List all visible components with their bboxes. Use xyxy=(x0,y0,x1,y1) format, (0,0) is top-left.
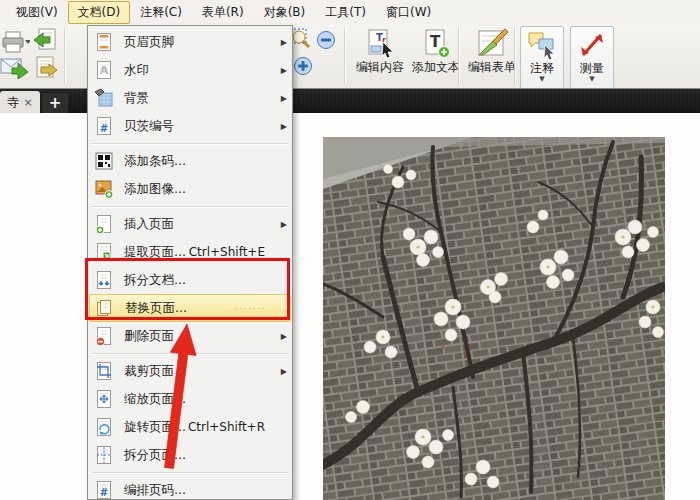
comment-icon xyxy=(525,29,559,61)
toolbar-button-label: 测量 xyxy=(580,61,604,75)
menu-separator xyxy=(91,143,289,144)
menu-item-label: 背景 xyxy=(124,90,277,107)
menubar-item-5[interactable]: 对象(B) xyxy=(254,1,316,24)
menu-item-缩放页面[interactable]: 缩放页面... xyxy=(89,385,291,413)
svg-text:A: A xyxy=(100,64,109,77)
menu-item-拆分页面[interactable]: 拆分页面... xyxy=(89,441,291,469)
menu-item-shortcut: Ctrl+Shift+E xyxy=(189,245,265,259)
extract-pages-icon xyxy=(94,242,114,262)
menu-item-label: 贝茨编号 xyxy=(124,118,277,135)
header-footer-icon xyxy=(94,32,114,52)
document-tab-label: 寺 xyxy=(7,94,19,111)
import-doc-icon[interactable] xyxy=(33,28,59,54)
document-tab[interactable]: 寺 × xyxy=(0,91,40,113)
toolbar-separator xyxy=(514,28,515,84)
submenu-arrow-icon: ▶ xyxy=(277,66,287,75)
menu-item-label: 拆分页面... xyxy=(124,447,277,464)
zoom-in-icon[interactable] xyxy=(293,56,313,76)
toolbar-button-编辑内容[interactable]: Tr编辑内容 xyxy=(352,26,408,88)
menu-item-页眉页脚[interactable]: 页眉页脚▶ xyxy=(89,28,291,56)
add-text-icon: T xyxy=(419,28,453,60)
insert-pages-icon xyxy=(94,214,114,234)
faded-dots: ······· xyxy=(235,302,266,315)
submenu-arrow-icon: ▶ xyxy=(277,332,287,341)
menubar-item-6[interactable]: 工具(T) xyxy=(315,1,376,24)
menu-item-label: 替换页面... xyxy=(125,300,235,317)
edit-form-icon xyxy=(475,28,509,60)
measure-icon xyxy=(575,29,609,61)
chevron-down-icon: ▼ xyxy=(539,75,544,83)
menu-item-拆分文档[interactable]: 拆分文档... xyxy=(89,266,291,294)
printer-icon[interactable] xyxy=(2,30,30,54)
replace-pages-icon xyxy=(95,298,115,318)
document-photo xyxy=(323,137,665,500)
toolbar-button-添加文本[interactable]: T添加文本 xyxy=(408,26,464,88)
svg-text:T: T xyxy=(430,33,441,51)
menu-item-label: 提取页面... xyxy=(124,244,189,261)
menu-item-贝茨编号[interactable]: #贝茨编号▶ xyxy=(89,112,291,140)
svg-text:#: # xyxy=(100,123,108,134)
crop-pages-icon xyxy=(94,361,114,381)
menubar-item-2[interactable]: 文档(D) xyxy=(68,1,131,24)
resize-pages-icon xyxy=(94,389,114,409)
submenu-arrow-icon: ▶ xyxy=(277,94,287,103)
menu-item-label: 旋转页面... xyxy=(124,419,188,436)
number-pages-icon: # xyxy=(94,480,114,500)
toolbar-separator xyxy=(64,28,65,84)
menu-item-添加条码[interactable]: 添加条码... xyxy=(89,147,291,175)
menu-item-添加图像[interactable]: 添加图像... xyxy=(89,175,291,203)
menu-separator xyxy=(91,472,289,473)
menu-item-编排页码[interactable]: #编排页码... xyxy=(89,476,291,500)
toolbar-separator xyxy=(458,28,459,84)
edit-content-icon: Tr xyxy=(363,28,397,60)
bates-number-icon: # xyxy=(94,116,114,136)
menubar-item-1[interactable]: 视图(V) xyxy=(6,1,68,24)
toolbar-button-注释[interactable]: 注释▼ xyxy=(520,26,564,90)
document-menu-dropdown: 页眉页脚▶A水印▶背景▶#贝茨编号▶添加条码...添加图像...插入页面▶提取页… xyxy=(87,25,293,500)
export-doc-icon[interactable] xyxy=(33,56,59,82)
toolbar-button-编辑表单[interactable]: 编辑表单 xyxy=(464,26,520,88)
toolbar-button-测量[interactable]: 测量▼ xyxy=(570,26,614,90)
barcode-icon xyxy=(94,151,114,171)
menu-item-label: 拆分文档... xyxy=(124,272,277,289)
menu-item-插入页面[interactable]: 插入页面▶ xyxy=(89,210,291,238)
submenu-arrow-icon: ▶ xyxy=(277,367,287,376)
menubar-item-7[interactable]: 窗口(W) xyxy=(376,1,441,24)
menu-item-label: 插入页面 xyxy=(124,216,277,233)
new-tab-button[interactable]: + xyxy=(42,93,68,113)
email-icon[interactable] xyxy=(0,56,28,82)
menu-item-水印[interactable]: A水印▶ xyxy=(89,56,291,84)
submenu-arrow-icon: ▶ xyxy=(277,122,287,131)
menu-item-label: 裁剪页面 xyxy=(124,363,277,380)
submenu-arrow-icon: ▶ xyxy=(277,220,287,229)
menu-item-label: 编排页码... xyxy=(124,482,277,499)
menu-item-shortcut: Ctrl+Shift+R xyxy=(188,420,265,434)
menu-item-替换页面[interactable]: 替换页面...······· xyxy=(89,294,291,322)
menubar-item-4[interactable]: 表单(R) xyxy=(192,1,254,24)
toolbar-button-label: 编辑内容 xyxy=(356,60,404,74)
watermark-icon: A xyxy=(94,60,114,80)
menu-bar: 视图(V)文档(D)注释(C)表单(R)对象(B)工具(T)窗口(W) xyxy=(0,0,700,25)
menu-item-背景[interactable]: 背景▶ xyxy=(89,84,291,112)
delete-pages-icon xyxy=(94,326,114,346)
menu-item-label: 添加图像... xyxy=(124,181,277,198)
menu-item-旋转页面[interactable]: 旋转页面...Ctrl+Shift+R xyxy=(89,413,291,441)
svg-text:#: # xyxy=(100,487,108,498)
pdf-editor-window: 视图(V)文档(D)注释(C)表单(R)对象(B)工具(T)窗口(W) Tr编辑… xyxy=(0,0,700,500)
tab-close-icon[interactable]: × xyxy=(23,97,32,108)
menu-item-提取页面[interactable]: 提取页面...Ctrl+Shift+E xyxy=(89,238,291,266)
chevron-down-icon: ▼ xyxy=(589,75,594,83)
split-pages-icon xyxy=(94,445,114,465)
menu-item-删除页面[interactable]: 删除页面▶ xyxy=(89,322,291,350)
menu-item-label: 页眉页脚 xyxy=(124,34,277,51)
add-image-icon xyxy=(94,179,114,199)
menu-item-label: 水印 xyxy=(124,62,277,79)
menu-separator xyxy=(91,206,289,207)
menu-item-label: 缩放页面... xyxy=(124,391,277,408)
rotate-pages-icon xyxy=(94,417,114,437)
zoom-out-icon[interactable] xyxy=(316,30,336,50)
toolbar-separator xyxy=(344,28,345,84)
menubar-item-3[interactable]: 注释(C) xyxy=(130,1,192,24)
toolbar-button-label: 编辑表单 xyxy=(468,60,516,74)
menu-item-裁剪页面[interactable]: 裁剪页面▶ xyxy=(89,357,291,385)
